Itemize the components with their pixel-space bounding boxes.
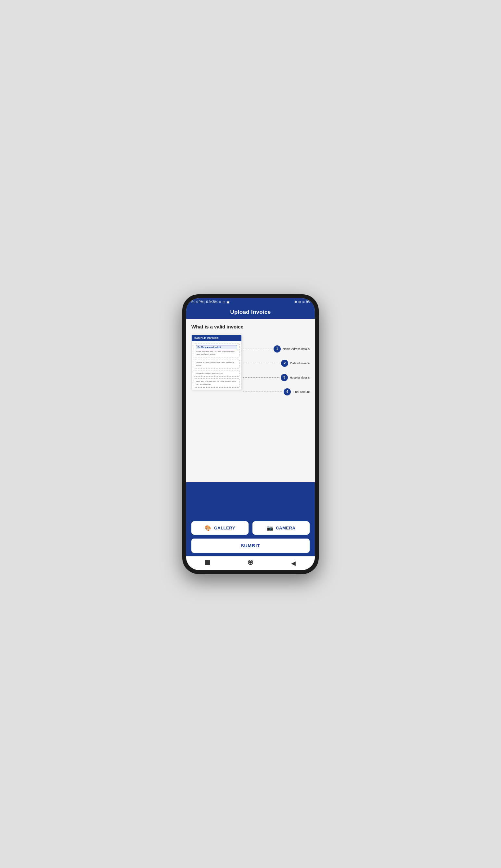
invoice-text-3: Hospital must be clearly visible (196, 372, 237, 375)
cast-icon: ▣ (226, 300, 230, 304)
diagram-label-4: Final amount (293, 390, 310, 394)
upload-preview-area (191, 488, 310, 517)
back-icon: ◀ (291, 560, 296, 566)
badge-4: 4 (284, 388, 291, 396)
badge-3: 3 (281, 374, 288, 381)
camera-label: CAMERA (276, 525, 295, 531)
invoice-text-4: MRP and all Rates with Bill Final amount… (196, 380, 237, 386)
nav-home-button[interactable] (248, 560, 253, 566)
dotted-line-4 (243, 391, 283, 392)
status-right: ✱ ⊠ ≋ 98 (294, 300, 310, 304)
sample-invoice-card: SAMPLE INVOICE Dr. Mohammad salehi Name,… (191, 335, 242, 390)
content-scroll: What is a valid invoice SAMPLE INVOICE D… (186, 319, 315, 482)
camera-button[interactable]: CAMERA (253, 521, 310, 535)
diagram-row-3: 3 Hospital details (242, 370, 310, 385)
gallery-label: GALLERY (214, 525, 235, 531)
status-time: 6:14 PM | 0.9KB/s (191, 300, 217, 304)
mail-icon: ✉ (218, 300, 221, 304)
invoice-text-2: Invoice No. and of Purchase must be clea… (196, 361, 237, 367)
bottom-section: GALLERY CAMERA SUMBIT (186, 482, 315, 556)
diagram-row-4: 4 Final amount (242, 385, 310, 399)
submit-button[interactable]: SUMBIT (191, 538, 310, 553)
invoice-name: Dr. Mohammad salehi (196, 345, 237, 349)
badge-2: 2 (281, 360, 288, 367)
page-title: Upload Invoice (230, 309, 271, 315)
phone-shell: 6:14 PM | 0.9KB/s ✉ ⊡ ▣ ✱ ⊠ ≋ 98 Upload … (182, 294, 319, 574)
diagram-row-2: 2 Date of invoice (242, 356, 310, 370)
stop-icon (205, 560, 210, 565)
badge-1: 1 (274, 345, 281, 353)
gallery-button[interactable]: GALLERY (191, 521, 248, 535)
status-left: 6:14 PM | 0.9KB/s ✉ ⊡ ▣ (191, 300, 230, 304)
dotted-line-2 (243, 363, 280, 363)
home-icon (248, 560, 253, 565)
invoice-section-3: Hospital must be clearly visible (194, 370, 239, 377)
nav-back-button[interactable]: ◀ (291, 560, 296, 567)
invoice-text-1: Name, Address with GST No. of the Decide… (196, 350, 237, 356)
content-area: What is a valid invoice SAMPLE INVOICE D… (186, 319, 315, 556)
diagram-row-1: 1 Name,Adress details (242, 342, 310, 356)
invoice-header-bar: SAMPLE INVOICE (192, 335, 242, 341)
signal-icon: ⊠ (298, 300, 301, 304)
nav-stop-button[interactable] (205, 560, 210, 566)
status-bar: 6:14 PM | 0.9KB/s ✉ ⊡ ▣ ✱ ⊠ ≋ 98 (186, 298, 315, 306)
invoice-body: Dr. Mohammad salehi Name, Address with G… (192, 341, 242, 390)
dotted-line-3 (243, 377, 279, 378)
app-bar: Upload Invoice (186, 306, 315, 319)
diagram-label-2: Date of invoice (290, 362, 310, 365)
gallery-icon (205, 525, 212, 531)
invoice-diagram: SAMPLE INVOICE Dr. Mohammad salehi Name,… (191, 335, 310, 399)
bluetooth-icon: ✱ (294, 300, 297, 304)
diagram-label-1: Name,Adress details (283, 347, 310, 351)
wifi-icon: ≋ (302, 300, 305, 304)
diagram-right: 1 Name,Adress details 2 Date of invoice … (242, 335, 310, 399)
invoice-section-4: MRP and all Rates with Bill Final amount… (194, 378, 239, 388)
invoice-section-1: Dr. Mohammad salehi Name, Address with G… (194, 343, 239, 358)
camera-icon (267, 525, 274, 531)
diagram-label-3: Hospital details (290, 376, 310, 379)
invoice-section-2: Invoice No. and of Purchase must be clea… (194, 359, 239, 368)
battery-icon: 98 (306, 300, 310, 304)
action-buttons: GALLERY CAMERA (191, 521, 310, 535)
screen-icon: ⊡ (223, 300, 225, 304)
phone-inner: 6:14 PM | 0.9KB/s ✉ ⊡ ▣ ✱ ⊠ ≋ 98 Upload … (186, 298, 315, 570)
nav-bar: ◀ (186, 556, 315, 570)
dotted-line-1 (243, 349, 272, 349)
section-title: What is a valid invoice (191, 324, 310, 330)
